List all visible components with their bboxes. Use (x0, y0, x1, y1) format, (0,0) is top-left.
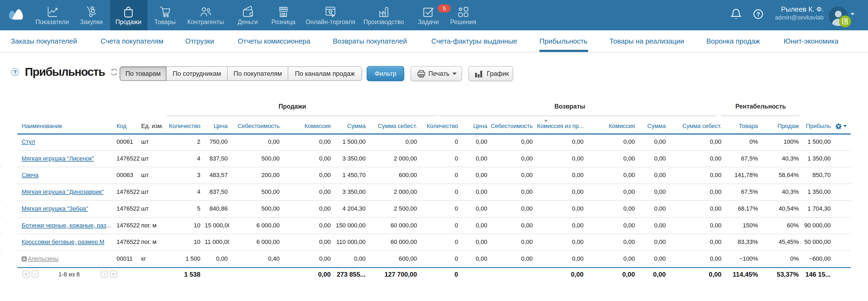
svg-text:?: ? (756, 11, 760, 18)
